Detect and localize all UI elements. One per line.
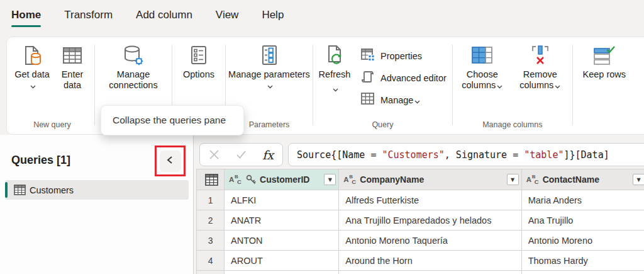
grid-cell[interactable]: Ana Trujillo: [521, 210, 644, 231]
cancel-formula-icon[interactable]: [209, 149, 219, 160]
get-data-button[interactable]: Get data: [12, 42, 52, 91]
tab-transform[interactable]: Transform: [64, 9, 113, 21]
tooltip-collapse-queries-pane: Collapse the queries pane: [101, 105, 244, 135]
filter-button[interactable]: ▼: [507, 174, 519, 185]
refresh-icon: [324, 43, 345, 67]
advanced-editor-icon: [360, 69, 375, 87]
group-label-query: Query: [315, 120, 450, 134]
ribbon-group-reduce-rows: Keep rows: [575, 37, 626, 134]
table-row: [197, 271, 644, 274]
query-item-label: Customers: [30, 185, 74, 195]
choose-columns-button[interactable]: Choose columns: [455, 42, 510, 91]
query-table-icon: [14, 185, 26, 195]
options-button[interactable]: Options: [174, 42, 223, 80]
grid-corner-table-button[interactable]: [197, 169, 225, 190]
properties-button[interactable]: Properties: [360, 45, 447, 67]
options-icon: [189, 43, 209, 67]
keep-rows-button[interactable]: Keep rows: [582, 42, 626, 80]
grid-header-row: ABC CustomerID ▼ ABC C: [197, 169, 644, 190]
remove-columns-icon: [530, 43, 550, 67]
column-header-companyname[interactable]: ABC CompanyName ▼: [339, 169, 521, 190]
manage-parameters-button[interactable]: Manage parameters: [228, 42, 311, 91]
text-type-icon: ABC: [526, 174, 540, 185]
manage-connections-button[interactable]: Manage connections: [97, 42, 170, 91]
ribbon-divider: [313, 45, 313, 125]
text-type-icon: ABC: [343, 174, 357, 185]
table-row: 2ANATRAna Trujillo Emparedados y helados…: [197, 210, 644, 231]
grid-cell[interactable]: Antonio Moreno: [521, 231, 644, 251]
filter-button[interactable]: ▼: [633, 174, 644, 185]
refresh-button[interactable]: Refresh: [315, 42, 354, 94]
queries-pane: Queries [1] Customers: [0, 135, 194, 274]
formula-text: Source{[Name = "Customers", Signature = …: [297, 149, 609, 161]
chevron-down-icon: [29, 80, 36, 90]
collapse-queries-pane-button[interactable]: [160, 151, 181, 172]
key-icon: [245, 174, 257, 185]
chevron-down-icon: [553, 80, 560, 90]
ribbon-group-query: Refresh Properties: [315, 37, 450, 134]
manage-connections-icon: [122, 43, 145, 67]
ribbon-divider: [572, 45, 573, 125]
manage-parameters-icon: [259, 43, 279, 67]
chevron-left-icon: [165, 154, 176, 168]
manage-query-icon: [360, 92, 375, 108]
group-label-manage-columns: Manage columns: [455, 120, 570, 134]
ribbon-group-manage-columns: Choose columns Remove columns Manage col…: [455, 37, 570, 134]
properties-icon: [360, 48, 375, 64]
query-list-item-customers[interactable]: Customers: [5, 180, 189, 200]
commit-formula-icon[interactable]: [236, 149, 247, 160]
row-number[interactable]: [197, 271, 225, 274]
formula-input[interactable]: Source{[Name = "Customers", Signature = …: [288, 143, 644, 166]
group-label-reduce-rows: [575, 120, 626, 134]
grid-cell[interactable]: [521, 271, 644, 274]
grid-body: 1ALFKIAlfreds FutterkisteMaria Anders2AN…: [197, 190, 644, 274]
data-preview-grid: ABC CustomerID ▼ ABC C: [196, 169, 644, 274]
chevron-down-icon: [266, 80, 273, 90]
chevron-down-icon: [496, 80, 502, 90]
grid-cell[interactable]: [225, 271, 339, 274]
get-data-icon: [21, 43, 43, 67]
filter-button[interactable]: ▼: [324, 174, 336, 185]
table-row: 1ALFKIAlfreds FutterkisteMaria Anders: [197, 190, 644, 210]
row-number[interactable]: 1: [197, 190, 225, 210]
tab-add-column[interactable]: Add column: [136, 9, 192, 21]
grid-cell[interactable]: Thomas Hardy: [521, 251, 644, 271]
ribbon-divider: [452, 45, 453, 125]
grid-cell[interactable]: ANATR: [225, 210, 339, 231]
table-icon: [201, 174, 221, 186]
advanced-editor-button[interactable]: Advanced editor: [360, 67, 447, 89]
table-row: 3ANTONAntonio Moreno TaqueríaAntonio Mor…: [197, 231, 644, 251]
chevron-down-icon: [413, 95, 420, 105]
group-label-new-query: New query: [12, 120, 92, 134]
grid-cell[interactable]: Antonio Moreno Taquería: [339, 231, 521, 251]
grid-cell[interactable]: Maria Anders: [521, 190, 644, 210]
enter-data-icon: [62, 43, 83, 67]
row-number[interactable]: 3: [197, 231, 225, 251]
grid-cell[interactable]: ANTON: [225, 231, 339, 251]
remove-columns-button[interactable]: Remove columns: [510, 42, 570, 91]
grid-cell[interactable]: ALFKI: [225, 190, 339, 210]
grid-cell[interactable]: Around the Horn: [339, 251, 521, 271]
fx-icon: fx: [262, 148, 274, 162]
ribbon-divider: [94, 45, 95, 125]
enter-data-button[interactable]: Enter data: [52, 42, 92, 91]
table-row: 4AROUTAround the HornThomas Hardy: [197, 251, 644, 271]
tab-view[interactable]: View: [216, 9, 239, 21]
column-header-contactname[interactable]: ABC ContactName ▼: [521, 169, 644, 190]
selected-query-accent-bar: [5, 182, 8, 198]
grid-cell[interactable]: Ana Trujillo Emparedados y helados: [339, 210, 521, 231]
manage-query-button[interactable]: Manage: [360, 89, 447, 111]
row-number[interactable]: 4: [197, 251, 225, 271]
tab-home[interactable]: Home: [11, 9, 41, 21]
queries-pane-title: Queries [1]: [11, 154, 70, 167]
grid-cell[interactable]: AROUT: [225, 251, 339, 271]
ribbon-tab-bar: Home Transform Add column View Help: [0, 0, 644, 30]
grid-cell[interactable]: [339, 271, 521, 274]
ribbon-group-new-query: Get data Enter data New query: [12, 37, 92, 134]
column-header-customerid[interactable]: ABC CustomerID ▼: [225, 169, 339, 190]
tab-help[interactable]: Help: [262, 9, 284, 21]
row-number[interactable]: 2: [197, 210, 225, 231]
choose-columns-icon: [471, 43, 494, 67]
chevron-down-icon: [331, 83, 338, 94]
grid-cell[interactable]: Alfreds Futterkiste: [339, 190, 521, 210]
